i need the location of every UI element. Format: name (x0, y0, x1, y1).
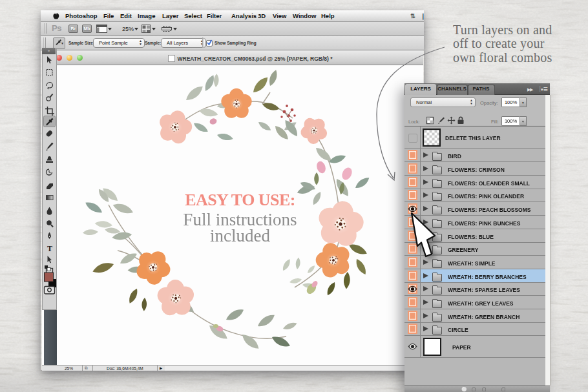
svg-text:T: T (47, 244, 52, 253)
